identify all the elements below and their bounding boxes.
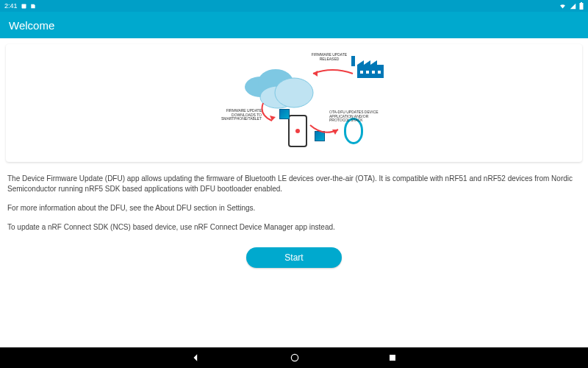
factory-icon — [351, 56, 384, 81]
wifi-icon — [559, 3, 567, 10]
svg-rect-14 — [390, 355, 395, 361]
diagram-card: FIRMWARE UPDATE RELEASED FIRMWARE UPDATE… — [6, 44, 582, 162]
arrow-icon — [309, 121, 341, 141]
svg-rect-9 — [360, 71, 363, 74]
diagram-label-ota: OTA-DFU UPDATES DEVICE APPLICATION AND/O… — [329, 110, 390, 123]
sd-icon — [30, 3, 36, 10]
intro-paragraph-3: To update a nRF Connect SDK (NCS) based … — [7, 222, 581, 233]
clock-icon — [21, 3, 27, 10]
page-title: Welcome — [9, 19, 54, 32]
battery-icon — [579, 2, 584, 10]
arrow-icon — [259, 102, 284, 127]
nav-recent-icon[interactable] — [388, 353, 397, 362]
diagram-label-release: FIRMWARE UPDATE RELEASED — [306, 53, 353, 61]
nav-home-icon[interactable] — [290, 353, 300, 363]
svg-rect-10 — [366, 71, 369, 74]
diagram-label-download: FIRMWARE UPDATE DOWNLOADS TO SMARTPHONE/… — [209, 109, 262, 121]
android-status-bar: 2:41 — [0, 0, 588, 12]
status-right-group — [559, 2, 584, 10]
phone-icon — [288, 115, 307, 147]
app-bar: Welcome — [0, 12, 588, 38]
svg-rect-0 — [21, 4, 26, 8]
svg-point-13 — [291, 354, 298, 361]
svg-rect-12 — [378, 71, 381, 74]
status-left-group: 2:41 — [4, 2, 36, 10]
intro-paragraph-1: The Device Firmware Update (DFU) app all… — [7, 174, 581, 194]
content-area: FIRMWARE UPDATE RELEASED FIRMWARE UPDATE… — [0, 38, 588, 347]
start-button[interactable]: Start — [246, 247, 342, 268]
svg-rect-2 — [581, 2, 582, 3]
arrow-icon — [310, 68, 354, 84]
svg-rect-11 — [372, 71, 375, 74]
android-nav-bar — [0, 347, 588, 368]
nav-back-icon[interactable] — [191, 353, 201, 363]
dfu-diagram: FIRMWARE UPDATE RELEASED FIRMWARE UPDATE… — [184, 52, 404, 155]
intro-paragraph-2: For more information about the DFU, see … — [7, 203, 581, 213]
signal-icon — [570, 3, 576, 10]
svg-rect-1 — [580, 3, 584, 10]
button-row: Start — [6, 247, 582, 268]
status-time: 2:41 — [4, 2, 18, 10]
